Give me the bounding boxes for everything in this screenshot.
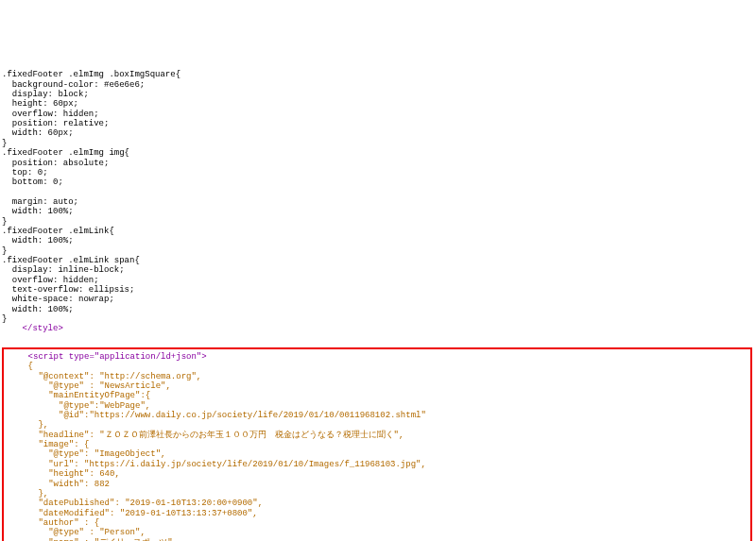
css-prop: position: absolute;: [2, 159, 109, 168]
css-prop: margin: auto;: [2, 197, 78, 207]
css-source-block: .fixedFooter .elmImg .boxImgSquare{ back…: [0, 59, 756, 336]
css-rule: .fixedFooter .elmLink span{: [2, 256, 140, 265]
json-line: "@type":"WebPage",: [8, 401, 150, 411]
json-line: "@type" : "NewsArticle",: [8, 381, 171, 391]
json-line: "name" : "デイリースポーツ": [8, 538, 173, 541]
css-rule: .fixedFooter .elmImg img{: [2, 148, 129, 158]
json-line: "@type" : "Person",: [8, 528, 146, 537]
json-line: "author" : {: [8, 518, 99, 528]
css-prop: display: block;: [2, 90, 89, 99]
css-rule-end: }: [2, 246, 7, 256]
json-line: "dateModified": "2019-01-10T13:13:37+080…: [8, 509, 258, 518]
json-line: "@type": "ImageObject",: [8, 449, 165, 459]
css-prop: overflow: hidden;: [2, 276, 99, 285]
css-prop: bottom: 0;: [2, 178, 63, 187]
css-prop: background-color: #e6e6e6;: [2, 80, 145, 90]
css-rule: .fixedFooter .elmLink{: [2, 227, 114, 236]
json-line: },: [8, 489, 48, 499]
json-line: "width": 882: [8, 480, 110, 489]
json-line: "@id":"https://www.daily.co.jp/society/l…: [8, 411, 426, 420]
json-line: "@context": "http://schema.org",: [8, 372, 201, 381]
css-prop: width: 100%;: [2, 236, 74, 245]
script-open-tag: <script type="application/ld+json">: [8, 352, 207, 362]
highlighted-jsonld-block: <script type="application/ld+json"> { "@…: [2, 347, 752, 541]
css-prop: width: 100%;: [2, 207, 74, 216]
jsonld-source: <script type="application/ld+json"> { "@…: [6, 350, 748, 541]
css-rule-end: }: [2, 217, 7, 227]
json-line: },: [8, 420, 48, 430]
json-line: "url": "https://i.daily.jp/society/life/…: [8, 460, 426, 469]
css-rule-end: }: [2, 139, 7, 148]
css-prop: position: relative;: [2, 119, 109, 128]
css-rule-end: }: [2, 314, 7, 324]
css-prop: display: inline-block;: [2, 265, 125, 275]
css-prop: overflow: hidden;: [2, 110, 99, 119]
json-line: "height": 640,: [8, 469, 120, 479]
css-prop: height: 60px;: [2, 99, 78, 109]
json-line: {: [8, 362, 33, 371]
json-line: "image": {: [8, 440, 89, 449]
json-line: "headline": "ＺＯＺＯ前澤社長からのお年玉１００万円 税金はどうなる…: [8, 431, 404, 440]
css-rule: .fixedFooter .elmImg .boxImgSquare{: [2, 70, 180, 79]
json-line: "datePublished": "2019-01-10T13:20:00+09…: [8, 499, 263, 508]
css-prop: white-space: nowrap;: [2, 295, 114, 304]
style-close-tag: </style>: [2, 324, 63, 333]
css-prop: width: 60px;: [2, 128, 74, 138]
css-prop: width: 100%;: [2, 305, 74, 314]
css-prop: top: 0;: [2, 168, 48, 178]
json-line: "mainEntityOfPage":{: [8, 391, 150, 400]
css-prop: text-overflow: ellipsis;: [2, 285, 134, 295]
